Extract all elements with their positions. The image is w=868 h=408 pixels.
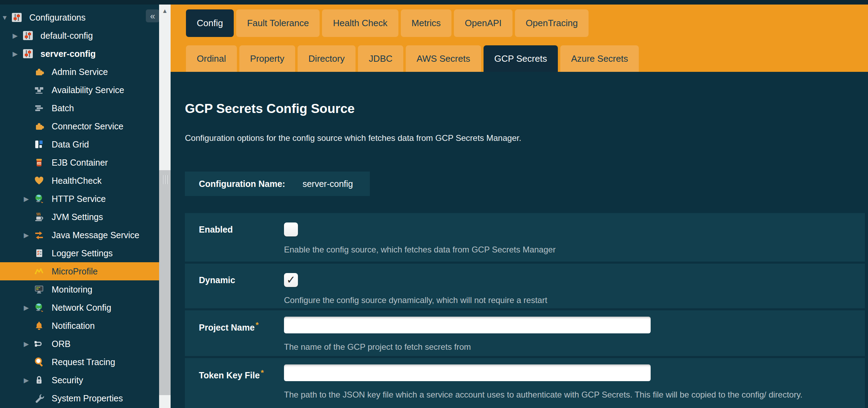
tab-property[interactable]: Property [239, 45, 295, 72]
sidebar-item-notification[interactable]: Notification [0, 317, 159, 335]
top-strip [0, 0, 868, 5]
navigation-tree: ▼Configurations▶default-config▶server-co… [0, 5, 159, 407]
sidebar-item-default-config[interactable]: ▶default-config [0, 27, 159, 45]
sidebar-item-label: Notification [52, 321, 95, 331]
sliders-icon [11, 12, 22, 23]
sidebar-item-label: HealthCheck [52, 176, 102, 186]
field-help-text: The name of the GCP project to fetch sec… [284, 342, 865, 352]
tab-ordinal[interactable]: Ordinal [186, 45, 237, 72]
collapse-tree-arrow-icon[interactable]: ▼ [1, 14, 11, 21]
dynamic-checkbox[interactable]: ✓ [284, 273, 298, 287]
sidebar-item-connector-service[interactable]: Connector Service [0, 117, 159, 135]
sidebar-item-java-message-service[interactable]: ▶Java Message Service [0, 226, 159, 244]
tab-jdbc[interactable]: JDBC [358, 45, 403, 72]
field-label-text: Dynamic [199, 275, 235, 285]
tab-azure-secrets[interactable]: Azure Secrets [560, 45, 639, 72]
enabled-checkbox[interactable] [284, 222, 298, 236]
field-help-text: The path to the JSON key file which a se… [284, 390, 865, 400]
sidebar-item-label: Connector Service [52, 121, 124, 131]
configuration-name-box: Configuration Name: server-config [185, 172, 370, 196]
tab-config[interactable]: Config [186, 9, 234, 37]
sidebar-item-label: server-config [40, 49, 96, 59]
sidebar-item-label: EJB Container [52, 158, 108, 168]
field-control-cell: Enable the config source, which fetches … [284, 222, 865, 262]
field-row-token-key-file: Token Key File*The path to the JSON key … [185, 358, 865, 408]
expand-tree-arrow-icon[interactable]: ▶ [24, 232, 33, 239]
sidebar-item-http-service[interactable]: ▶HTTP Service [0, 190, 159, 208]
microprofile-icon [33, 266, 45, 277]
sidebar-item-ejb-container[interactable]: JAREJB Container [0, 153, 159, 172]
sidebar-item-server-config[interactable]: ▶server-config [0, 45, 159, 63]
sidebar-item-configurations[interactable]: ▼Configurations [0, 8, 159, 27]
scroll-up-arrow-icon[interactable]: ▲ [159, 8, 171, 15]
sidebar-item-admin-service[interactable]: Admin Service [0, 63, 159, 81]
token-key-file-input[interactable] [284, 364, 651, 381]
sidebar-item-availability-service[interactable]: Availability Service [0, 81, 159, 99]
magnifier-icon [33, 356, 45, 368]
page-description: Configuration options for the config sou… [185, 133, 868, 143]
tabs-header: ConfigFault ToleranceHealth CheckMetrics… [171, 5, 868, 72]
tab-directory[interactable]: Directory [298, 45, 356, 72]
svg-text:JAR: JAR [37, 163, 41, 165]
expand-tree-arrow-icon[interactable]: ▶ [13, 32, 22, 39]
sidebar-item-label: Configurations [29, 13, 85, 23]
page-title: GCP Secrets Config Source [185, 101, 868, 116]
project-name-input[interactable] [284, 317, 651, 333]
tab-gcp-secrets[interactable]: GCP Secrets [484, 45, 558, 72]
field-label-text: Token Key File [199, 370, 260, 380]
tab-aws-secrets[interactable]: AWS Secrets [406, 45, 481, 72]
sidebar-item-data-grid[interactable]: Data Grid [0, 135, 159, 153]
datagrid-icon [33, 139, 45, 150]
wrench-icon [33, 393, 45, 404]
batch-icon [33, 103, 45, 114]
sidebar-item-label: ORB [52, 339, 70, 349]
sidebar-item-label: Monitoring [52, 285, 92, 295]
bell-icon [33, 320, 45, 331]
sliders-icon [22, 30, 33, 41]
sidebar-item-logger-settings[interactable]: Logger Settings [0, 244, 159, 262]
tab-health-check[interactable]: Health Check [322, 9, 398, 37]
globe-icon [33, 193, 45, 204]
sidebar-item-orb[interactable]: ▶ORB [0, 335, 159, 353]
field-row-dynamic: Dynamic✓Configure the config source dyna… [185, 264, 865, 308]
monitor-icon [33, 284, 45, 295]
expand-tree-arrow-icon[interactable]: ▶ [13, 51, 22, 57]
sidebar-item-monitoring[interactable]: Monitoring [0, 280, 159, 299]
sidebar-item-microprofile[interactable]: MicroProfile [0, 262, 159, 280]
primary-tab-row: ConfigFault ToleranceHealth CheckMetrics… [186, 9, 589, 37]
sidebar-item-label: System Properties [52, 393, 123, 403]
expand-tree-arrow-icon[interactable]: ▶ [24, 341, 33, 347]
sidebar-item-request-tracing[interactable]: Request Tracing [0, 353, 159, 371]
field-row-enabled: EnabledEnable the config source, which f… [185, 213, 865, 262]
sidebar-item-jvm-settings[interactable]: JVM Settings [0, 208, 159, 226]
required-asterisk: * [256, 320, 259, 329]
tab-fault-tolerance[interactable]: Fault Tolerance [236, 9, 320, 37]
tab-opentracing[interactable]: OpenTracing [515, 9, 589, 37]
field-label-text: Enabled [199, 225, 233, 234]
tab-metrics[interactable]: Metrics [401, 9, 452, 37]
sidebar-item-security[interactable]: ▶Security [0, 371, 159, 389]
coffee-icon [33, 211, 45, 222]
sidebar-scrollbar[interactable]: ▲ [159, 5, 171, 408]
content-panel: GCP Secrets Config Source Configuration … [171, 72, 868, 408]
arrows-icon [33, 229, 45, 241]
sidebar: ▼Configurations▶default-config▶server-co… [0, 5, 159, 408]
sidebar-item-label: Security [52, 375, 83, 385]
scrollbar-thumb[interactable] [159, 170, 171, 395]
sidebar-item-healthcheck[interactable]: HealthCheck [0, 172, 159, 190]
sidebar-item-batch[interactable]: Batch [0, 99, 159, 117]
sidebar-collapse-button[interactable]: « [146, 9, 159, 22]
sidebar-item-label: default-config [40, 31, 93, 41]
sidebar-item-label: HTTP Service [52, 194, 106, 204]
field-control-cell: The name of the GCP project to fetch sec… [284, 317, 865, 356]
sidebar-item-system-properties[interactable]: System Properties [0, 389, 159, 407]
tab-openapi[interactable]: OpenAPI [454, 9, 512, 37]
expand-tree-arrow-icon[interactable]: ▶ [24, 196, 33, 202]
expand-tree-arrow-icon[interactable]: ▶ [24, 377, 33, 384]
expand-tree-arrow-icon[interactable]: ▶ [24, 304, 33, 311]
sidebar-item-label: JVM Settings [52, 212, 103, 222]
sidebar-item-network-config[interactable]: ▶Network Config [0, 299, 159, 317]
field-label: Token Key File* [185, 364, 284, 408]
plug-icon [33, 338, 45, 349]
sidebar-item-label: Java Message Service [52, 230, 140, 240]
